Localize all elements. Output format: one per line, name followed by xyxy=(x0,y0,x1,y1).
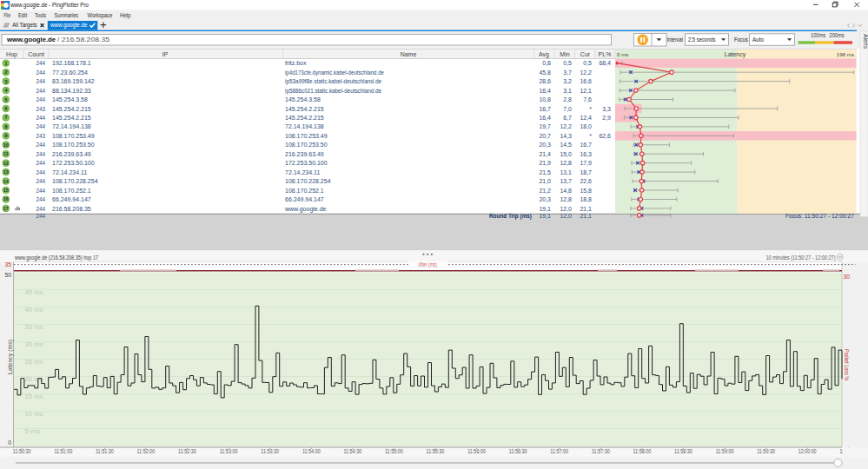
svg-text:12,8: 12,8 xyxy=(560,160,572,166)
svg-text:244: 244 xyxy=(36,160,46,166)
svg-text:ip4d173cfe.dynamic.kabel-deuts: ip4d173cfe.dynamic.kabel-deutschland.de xyxy=(285,69,384,76)
svg-text:145.254.3.58: 145.254.3.58 xyxy=(52,96,88,102)
svg-text:21,2: 21,2 xyxy=(539,188,551,194)
svg-text:3,2: 3,2 xyxy=(563,78,572,84)
svg-text:20,3: 20,3 xyxy=(539,196,551,202)
svg-text:19,7: 19,7 xyxy=(539,123,551,129)
svg-text:72.14.234.11: 72.14.234.11 xyxy=(52,169,87,175)
svg-text:/ 216.58.208.35: / 216.58.208.35 xyxy=(57,36,109,43)
svg-text:Workspace: Workspace xyxy=(88,11,113,19)
svg-text:11: 11 xyxy=(3,151,9,156)
svg-text:72.14.194.138: 72.14.194.138 xyxy=(52,123,91,129)
svg-text:www.google.de (216.58.208.35): www.google.de (216.58.208.35) hop 17 xyxy=(14,254,98,261)
svg-text:15,0: 15,0 xyxy=(560,151,572,157)
svg-text:88.134.192.33: 88.134.192.33 xyxy=(52,88,91,94)
svg-text:Help: Help xyxy=(120,11,131,19)
svg-text:Jitter (ms): Jitter (ms) xyxy=(418,261,437,268)
svg-text:108.170.253.49: 108.170.253.49 xyxy=(285,133,328,139)
svg-text:Auto: Auto xyxy=(752,36,764,43)
svg-text:Focus: Focus xyxy=(734,36,748,43)
svg-text:0: 0 xyxy=(8,439,11,446)
svg-text:Min: Min xyxy=(560,51,569,57)
svg-text:14,8: 14,8 xyxy=(560,188,572,194)
svg-text:6,7: 6,7 xyxy=(563,115,572,121)
svg-text:72.14.194.138: 72.14.194.138 xyxy=(285,123,324,129)
svg-text:108.170.253.50: 108.170.253.50 xyxy=(52,142,95,148)
svg-text:www.google.de: www.google.de xyxy=(284,206,327,213)
svg-text:Round Trip (ms): Round Trip (ms) xyxy=(489,213,532,220)
svg-text:45 ms: 45 ms xyxy=(25,289,44,295)
svg-text:18,8: 18,8 xyxy=(580,196,592,202)
svg-text:7,0: 7,0 xyxy=(563,106,572,112)
svg-text:2,8: 2,8 xyxy=(563,96,572,102)
svg-text:10 ms: 10 ms xyxy=(25,411,44,417)
svg-text:145.254.2.215: 145.254.2.215 xyxy=(285,115,324,121)
svg-text:244: 244 xyxy=(36,60,46,66)
svg-text:200ms: 200ms xyxy=(830,32,845,38)
svg-text:108.170.228.254: 108.170.228.254 xyxy=(285,178,331,184)
svg-text:244: 244 xyxy=(36,151,46,157)
svg-text:12,4: 12,4 xyxy=(580,115,592,121)
svg-text:30 ms: 30 ms xyxy=(25,341,44,347)
svg-text:All Targets: All Targets xyxy=(12,21,37,29)
svg-text:35: 35 xyxy=(4,261,11,268)
svg-text:3,3: 3,3 xyxy=(602,106,611,112)
svg-text:0,5: 0,5 xyxy=(583,60,592,66)
svg-text:17: 17 xyxy=(3,206,9,211)
svg-text:Count: Count xyxy=(28,51,44,57)
svg-text:PL%: PL% xyxy=(599,51,612,57)
svg-text:3,1: 3,1 xyxy=(563,88,572,94)
svg-text:145.254.3.58: 145.254.3.58 xyxy=(285,96,321,102)
svg-text:25 ms: 25 ms xyxy=(25,359,44,365)
svg-text:77.23.60.254: 77.23.60.254 xyxy=(52,69,88,76)
svg-text:IP: IP xyxy=(162,51,169,57)
svg-text:30: 30 xyxy=(844,274,851,280)
svg-text:45,8: 45,8 xyxy=(539,69,551,76)
svg-text:35 ms: 35 ms xyxy=(25,324,44,330)
svg-text:Edit: Edit xyxy=(18,11,27,19)
svg-text:145.254.2.215: 145.254.2.215 xyxy=(285,106,324,112)
svg-text:0,8: 0,8 xyxy=(542,60,551,66)
svg-text:22,6: 22,6 xyxy=(580,178,592,184)
svg-text:172.253.50.100: 172.253.50.100 xyxy=(285,160,328,166)
svg-text:16,7: 16,7 xyxy=(539,106,551,112)
svg-text:Name: Name xyxy=(401,51,417,57)
svg-text:244: 244 xyxy=(36,188,46,194)
svg-text:145.254.2.215: 145.254.2.215 xyxy=(52,115,91,121)
svg-text:216.58.208.35: 216.58.208.35 xyxy=(52,206,91,212)
svg-text:www.google.de: www.google.de xyxy=(50,21,87,29)
svg-text:16,4: 16,4 xyxy=(539,88,551,94)
svg-text:19,1: 19,1 xyxy=(539,206,551,212)
svg-text:13,1: 13,1 xyxy=(560,169,572,175)
svg-text:File: File xyxy=(4,11,11,19)
svg-text:244: 244 xyxy=(36,213,46,219)
svg-text:13: 13 xyxy=(3,169,9,175)
svg-text:Avg: Avg xyxy=(539,51,549,58)
svg-text:216.239.63.49: 216.239.63.49 xyxy=(285,151,324,157)
svg-text:172.253.50.100: 172.253.50.100 xyxy=(52,160,95,166)
svg-text:66.249.94.147: 66.249.94.147 xyxy=(285,196,324,202)
svg-text:3,7: 3,7 xyxy=(563,69,572,76)
svg-text:68,4: 68,4 xyxy=(599,60,611,66)
svg-text:2,5 seconds: 2,5 seconds xyxy=(688,36,716,43)
svg-text:20,3: 20,3 xyxy=(539,142,551,148)
svg-text:50: 50 xyxy=(4,272,11,278)
svg-text:20,7: 20,7 xyxy=(539,133,551,139)
svg-text:0 ms: 0 ms xyxy=(617,51,628,57)
svg-text:15 ms: 15 ms xyxy=(25,393,44,400)
svg-text:0,5: 0,5 xyxy=(563,60,572,66)
svg-text:ip53a99f8e.static.kabel-deutsc: ip53a99f8e.static.kabel-deutschland.de xyxy=(285,78,381,85)
svg-text:Alerts: Alerts xyxy=(863,34,868,50)
svg-text:10,8: 10,8 xyxy=(539,96,551,102)
svg-text:244: 244 xyxy=(36,142,46,148)
svg-text:*: * xyxy=(589,133,592,139)
svg-text:244: 244 xyxy=(36,88,46,94)
svg-text:14,3: 14,3 xyxy=(560,133,572,139)
svg-text:108.170.253.49: 108.170.253.49 xyxy=(52,133,95,139)
svg-text:108.170.253.50: 108.170.253.50 xyxy=(285,142,328,148)
svg-text:14: 14 xyxy=(3,179,9,184)
svg-text:10: 10 xyxy=(3,142,9,148)
svg-text:19,1: 19,1 xyxy=(539,213,551,219)
svg-text:Hop: Hop xyxy=(6,51,17,58)
svg-text:ip5886c021.static.kabel-deutsc: ip5886c021.static.kabel-deutschland.de xyxy=(285,88,381,95)
